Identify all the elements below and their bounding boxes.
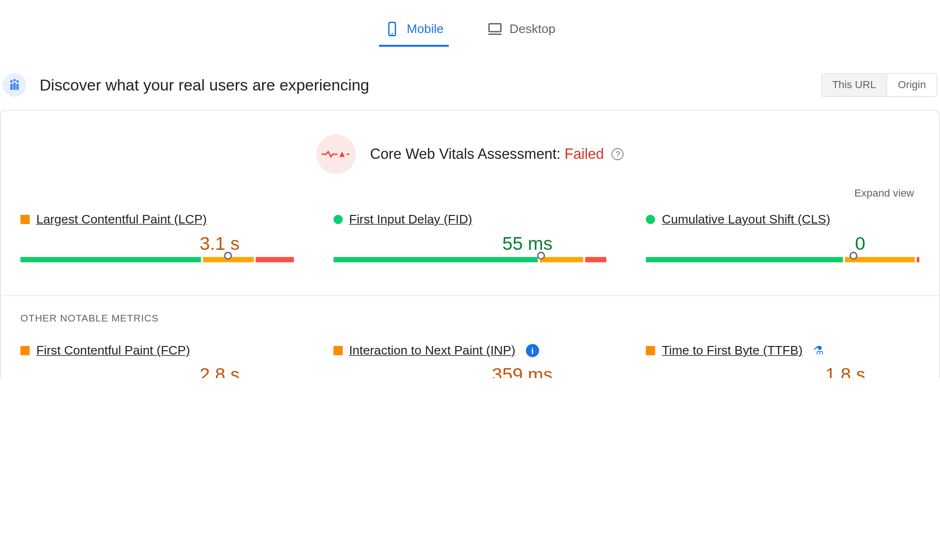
metric-inp-value: 359 ms — [333, 364, 607, 378]
metric-lcp-name[interactable]: Largest Contentful Paint (LCP) — [36, 212, 207, 227]
section-title: Discover what your real users are experi… — [40, 76, 369, 94]
svg-rect-9 — [16, 84, 19, 90]
svg-point-6 — [16, 80, 19, 82]
vitals-card: Core Web Vitals Assessment: Failed ? Exp… — [0, 110, 940, 378]
metric-ttfb-value: 1.8 s — [646, 364, 919, 378]
svg-point-5 — [13, 79, 16, 82]
assessment-status: Failed — [564, 146, 604, 163]
metric-ttfb-name[interactable]: Time to First Byte (TTFB) — [662, 343, 803, 358]
assessment-label: Core Web Vitals Assessment: — [370, 146, 561, 163]
metric-fid-bar — [333, 257, 607, 269]
status-good-icon — [333, 215, 343, 224]
metric-cls: Cumulative Layout Shift (CLS) 0 — [646, 212, 919, 269]
tab-mobile[interactable]: Mobile — [379, 13, 449, 47]
metric-lcp: Largest Contentful Paint (LCP) 3.1 s — [20, 212, 294, 269]
toggle-origin[interactable]: Origin — [887, 74, 937, 97]
status-needs-improvement-icon — [20, 346, 30, 355]
status-needs-improvement-icon — [20, 215, 30, 224]
svg-rect-11 — [346, 154, 349, 155]
tab-desktop-label: Desktop — [510, 22, 555, 36]
users-icon — [3, 73, 26, 97]
device-tabs: Mobile Desktop — [0, 0, 940, 47]
metric-fcp-name[interactable]: First Contentful Paint (FCP) — [36, 343, 190, 358]
metric-inp: Interaction to Next Paint (INP) i 359 ms — [333, 343, 607, 378]
metric-lcp-value: 3.1 s — [20, 233, 294, 255]
metric-fid-value: 55 ms — [333, 233, 607, 255]
metric-inp-name[interactable]: Interaction to Next Paint (INP) — [349, 343, 515, 358]
expand-view-link[interactable]: Expand view — [20, 181, 919, 212]
mobile-icon — [384, 21, 400, 37]
other-metrics-header: OTHER NOTABLE METRICS — [20, 313, 919, 324]
info-icon[interactable]: i — [526, 344, 539, 357]
metric-fcp: First Contentful Paint (FCP) 2.8 s — [20, 343, 294, 378]
metric-ttfb: Time to First Byte (TTFB) ⚗ 1.8 s — [646, 343, 919, 378]
svg-rect-8 — [13, 82, 16, 90]
metric-cls-bar — [646, 257, 919, 269]
status-good-icon — [646, 215, 655, 224]
status-needs-improvement-icon — [333, 346, 343, 355]
toggle-this-url[interactable]: This URL — [822, 74, 887, 97]
metric-cls-value: 0 — [646, 233, 919, 255]
scope-toggle: This URL Origin — [821, 73, 937, 97]
svg-marker-10 — [339, 152, 344, 157]
metric-fid-name[interactable]: First Input Delay (FID) — [349, 212, 472, 227]
metric-fcp-value: 2.8 s — [20, 364, 294, 378]
help-icon[interactable]: ? — [612, 148, 624, 160]
assessment-fail-icon — [316, 134, 355, 174]
metric-fid: First Input Delay (FID) 55 ms — [333, 212, 607, 269]
experimental-icon[interactable]: ⚗ — [813, 343, 824, 358]
assessment-text: Core Web Vitals Assessment: Failed ? — [370, 146, 624, 163]
tab-mobile-label: Mobile — [407, 22, 444, 36]
status-needs-improvement-icon — [646, 346, 655, 355]
svg-rect-2 — [489, 24, 501, 32]
svg-point-4 — [10, 80, 13, 82]
svg-rect-7 — [10, 84, 13, 90]
metric-cls-name[interactable]: Cumulative Layout Shift (CLS) — [662, 212, 830, 227]
tab-desktop[interactable]: Desktop — [482, 13, 561, 47]
desktop-icon — [487, 21, 503, 37]
metric-lcp-bar — [20, 257, 294, 269]
